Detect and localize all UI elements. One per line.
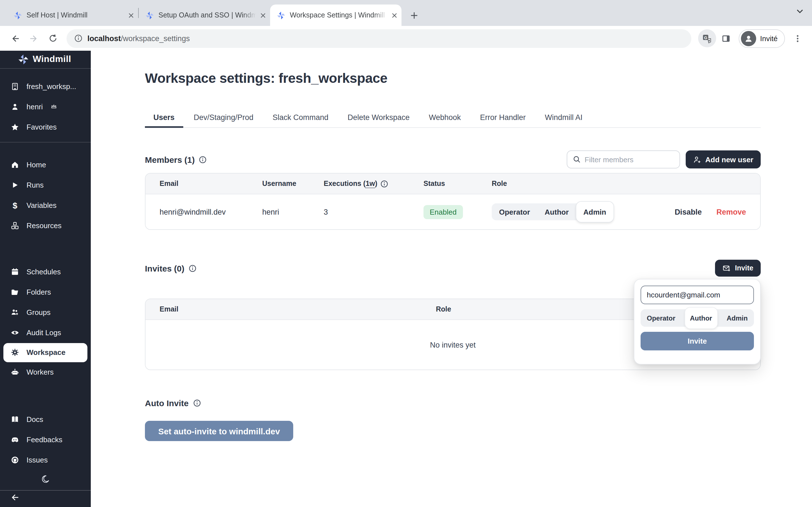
invite-role-toggle: Operator Author Admin: [641, 309, 754, 327]
new-tab-button[interactable]: [406, 7, 422, 23]
sidebar-item-feedbacks[interactable]: Feedbacks: [0, 430, 91, 450]
disable-member-button[interactable]: Disable: [675, 208, 702, 216]
building-icon: [10, 82, 20, 91]
cubes-icon: [10, 221, 20, 230]
tab-slack-command[interactable]: Slack Command: [264, 109, 337, 127]
role-option-operator[interactable]: Operator: [492, 203, 538, 220]
nav-label: Variables: [27, 201, 56, 210]
settings-tab-bar: Users Dev/Staging/Prod Slack Command Del…: [145, 109, 761, 128]
info-icon[interactable]: [199, 156, 207, 163]
sidebar-item-audit-logs[interactable]: Audit Logs: [0, 323, 91, 343]
browser-tab-self-host[interactable]: Self Host | Windmill: [7, 4, 138, 26]
tab-delete-workspace[interactable]: Delete Workspace: [339, 109, 418, 127]
sidebar-item-workers[interactable]: Workers: [0, 362, 91, 382]
sidebar-item-groups[interactable]: Groups: [0, 302, 91, 323]
person-icon: [10, 103, 20, 111]
browser-profile-button[interactable]: Invité: [739, 29, 785, 48]
tab-close-icon[interactable]: [392, 13, 397, 18]
sidebar-item-runs[interactable]: Runs: [0, 175, 91, 195]
invite-submit-button[interactable]: Invite: [641, 332, 754, 350]
browser-tab-workspace-settings[interactable]: Workspace Settings | Windmill: [270, 4, 402, 26]
browser-tab-strip: Self Host | Windmill Setup OAuth and SSO…: [0, 0, 812, 26]
avatar-icon: [741, 31, 756, 46]
col-email: Email: [146, 305, 436, 313]
calendar-icon: [10, 268, 20, 276]
sidebar-item-home[interactable]: Home: [0, 155, 91, 175]
tab-search-chevron-icon[interactable]: [796, 7, 804, 17]
nav-label: Workspace: [27, 348, 65, 356]
tab-users[interactable]: Users: [145, 109, 183, 127]
tab-dev-staging-prod[interactable]: Dev/Staging/Prod: [185, 109, 262, 127]
filter-members-input[interactable]: [585, 155, 674, 164]
sidebar-collapse-bar: [0, 490, 91, 507]
site-info-icon[interactable]: [74, 34, 82, 42]
invite-email-input[interactable]: [641, 286, 754, 304]
role-option-admin[interactable]: Admin: [721, 309, 753, 327]
nav-label: Docs: [27, 415, 43, 424]
sidebar-workspace-switcher[interactable]: fresh_worksp...: [0, 76, 91, 97]
windmill-favicon-icon: [13, 11, 22, 19]
nav-label: Issues: [27, 456, 48, 464]
info-icon[interactable]: [193, 399, 200, 406]
address-bar[interactable]: localhost/workspace_settings: [66, 29, 691, 48]
translate-button[interactable]: G: [698, 29, 716, 47]
members-heading: Members (1): [145, 155, 195, 164]
role-option-operator[interactable]: Operator: [642, 309, 680, 327]
browser-tab-setup-oauth[interactable]: Setup OAuth and SSO | Windm: [139, 4, 270, 26]
tab-error-handler[interactable]: Error Handler: [472, 109, 534, 127]
role-option-author[interactable]: Author: [538, 203, 576, 220]
col-role: Role: [492, 180, 760, 187]
sidebar-item-schedules[interactable]: Schedules: [0, 262, 91, 282]
windmill-logo-icon: [18, 54, 29, 65]
col-status: Status: [423, 180, 492, 187]
tab-windmill-ai[interactable]: Windmill AI: [537, 109, 591, 127]
invite-button[interactable]: Invite: [715, 260, 761, 277]
sidebar-user-menu[interactable]: henri: [0, 97, 91, 117]
github-icon: [10, 456, 20, 464]
discord-icon: [10, 436, 20, 444]
nav-label: Runs: [27, 181, 44, 189]
nav-label: Schedules: [27, 268, 61, 276]
role-option-author[interactable]: Author: [685, 307, 717, 328]
svg-text:G: G: [704, 35, 707, 40]
col-email: Email: [146, 180, 262, 187]
nav-label: Workers: [27, 368, 54, 376]
member-role-toggle: Operator Author Admin: [492, 203, 613, 220]
sidebar-item-folders[interactable]: Folders: [0, 282, 91, 302]
page-title: Workspace settings: fresh_workspace: [145, 70, 761, 86]
remove-member-button[interactable]: Remove: [716, 208, 746, 216]
browser-toolbar: localhost/workspace_settings G Invité: [0, 26, 812, 51]
col-executions: Executions (1w): [324, 180, 423, 187]
forward-button[interactable]: [25, 29, 43, 47]
sidebar-item-variables[interactable]: $ Variables: [0, 195, 91, 216]
members-table-header: Email Username Executions (1w) Status Ro…: [146, 173, 760, 194]
dark-mode-toggle[interactable]: [41, 474, 50, 485]
sidebar-item-favorites[interactable]: Favorites: [0, 117, 91, 137]
collapse-sidebar-arrow-icon[interactable]: [10, 493, 19, 504]
sidebar-item-workspace[interactable]: Workspace: [3, 343, 87, 362]
role-option-admin[interactable]: Admin: [576, 202, 613, 222]
invite-popup: Operator Author Admin Invite: [634, 279, 761, 364]
add-new-user-button[interactable]: Add new user: [686, 151, 761, 168]
back-button[interactable]: [6, 29, 24, 47]
user-label: henri: [27, 103, 43, 111]
filter-members-box: [567, 151, 680, 168]
tab-title: Workspace Settings | Windmill: [290, 11, 388, 19]
tab-close-icon[interactable]: [129, 13, 134, 18]
member-email: henri@windmill.dev: [146, 208, 262, 216]
info-icon[interactable]: [189, 265, 196, 272]
sidebar-item-issues[interactable]: Issues: [0, 450, 91, 470]
brand: Windmill: [0, 51, 91, 68]
tab-webhook[interactable]: Webhook: [420, 109, 469, 127]
info-icon[interactable]: [380, 180, 388, 187]
nav-label: Feedbacks: [27, 436, 62, 444]
tab-close-icon[interactable]: [260, 13, 266, 18]
invites-heading: Invites (0): [145, 263, 185, 273]
reload-button[interactable]: [44, 29, 62, 47]
members-table: Email Username Executions (1w) Status Ro…: [145, 173, 761, 230]
sidebar-item-resources[interactable]: Resources: [0, 216, 91, 236]
set-auto-invite-button[interactable]: Set auto-invite to windmill.dev: [145, 421, 293, 441]
side-panel-button[interactable]: [717, 29, 735, 47]
sidebar-item-docs[interactable]: Docs: [0, 409, 91, 430]
browser-menu-kebab[interactable]: [788, 29, 806, 47]
